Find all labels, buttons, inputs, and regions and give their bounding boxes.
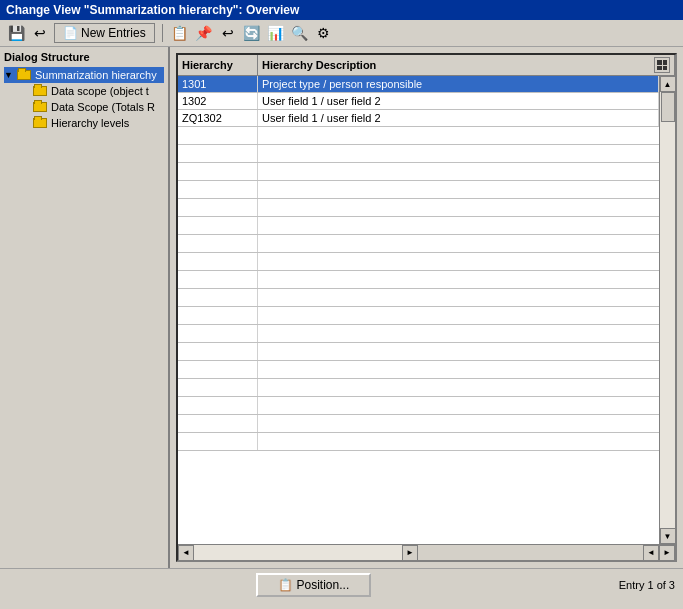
empty-row bbox=[178, 361, 659, 379]
tree-arrow-summarization: ▼ bbox=[4, 70, 16, 80]
table-inner: 1301 Project type / person responsible 1… bbox=[178, 76, 675, 544]
filter-icon[interactable]: 🔍 bbox=[290, 23, 310, 43]
back-icon[interactable]: ↩ bbox=[30, 23, 50, 43]
empty-row bbox=[178, 127, 659, 145]
refresh-icon[interactable]: 🔄 bbox=[242, 23, 262, 43]
empty-row bbox=[178, 271, 659, 289]
tree-item-datascope-object[interactable]: Data scope (object t bbox=[4, 83, 164, 99]
scrollbar-track[interactable] bbox=[660, 92, 676, 528]
cell-hierarchy-2: 1302 bbox=[178, 93, 258, 109]
settings-icon[interactable]: ⚙ bbox=[314, 23, 334, 43]
table-header: Hierarchy Hierarchy Description bbox=[178, 55, 675, 76]
empty-row bbox=[178, 217, 659, 235]
empty-row bbox=[178, 235, 659, 253]
tree-label-hierarchy-levels: Hierarchy levels bbox=[51, 117, 129, 129]
col-header-description: Hierarchy Description bbox=[258, 55, 675, 75]
folder-summarization-icon bbox=[16, 68, 32, 82]
vertical-scrollbar[interactable]: ▲ ▼ bbox=[659, 76, 675, 544]
cell-hierarchy-1: 1301 bbox=[178, 76, 258, 92]
toolbar: 💾 ↩ 📄 New Entries 📋 📌 ↩ 🔄 📊 🔍 ⚙ bbox=[0, 20, 683, 47]
undo-icon[interactable]: ↩ bbox=[218, 23, 238, 43]
cell-description-2: User field 1 / user field 2 bbox=[258, 93, 659, 109]
position-button[interactable]: 📋 Position... bbox=[256, 573, 372, 597]
new-entries-icon: 📄 bbox=[63, 26, 78, 40]
empty-row bbox=[178, 415, 659, 433]
folder-datascope-object-icon bbox=[32, 84, 48, 98]
tree-label-summarization: Summarization hierarchy bbox=[35, 69, 157, 81]
folder-datascope-totals-icon bbox=[32, 100, 48, 114]
scrollbar-right2-button[interactable]: ◄ bbox=[643, 545, 659, 561]
tree-item-datascope-totals[interactable]: Data Scope (Totals R bbox=[4, 99, 164, 115]
paste-icon[interactable]: 📌 bbox=[194, 23, 214, 43]
scrollbar-thumb[interactable] bbox=[661, 92, 675, 122]
copy-icon[interactable]: 📋 bbox=[170, 23, 190, 43]
empty-row bbox=[178, 289, 659, 307]
dialog-structure-title: Dialog Structure bbox=[4, 51, 164, 63]
empty-row bbox=[178, 433, 659, 451]
empty-row bbox=[178, 199, 659, 217]
scrollbar-right3-button[interactable]: ► bbox=[659, 545, 675, 561]
right-panel: Hierarchy Hierarchy Description 1301 Pro… bbox=[170, 47, 683, 568]
table-row[interactable]: 1301 Project type / person responsible bbox=[178, 76, 659, 93]
main-content: Dialog Structure ▼ Summarization hierarc… bbox=[0, 47, 683, 568]
cell-description-1: Project type / person responsible bbox=[258, 76, 659, 92]
col-header-hierarchy-label: Hierarchy bbox=[182, 59, 233, 71]
tree-label-datascope-object: Data scope (object t bbox=[51, 85, 149, 97]
empty-row bbox=[178, 181, 659, 199]
scrollbar-down-button[interactable]: ▼ bbox=[660, 528, 676, 544]
table-data-area: 1301 Project type / person responsible 1… bbox=[178, 76, 659, 544]
table-row[interactable]: 1302 User field 1 / user field 2 bbox=[178, 93, 659, 110]
empty-row bbox=[178, 307, 659, 325]
dialog-structure-panel: Dialog Structure ▼ Summarization hierarc… bbox=[0, 47, 170, 568]
title-text: Change View "Summarization hierarchy": O… bbox=[6, 3, 299, 17]
folder-hierarchy-levels-icon bbox=[32, 116, 48, 130]
empty-row bbox=[178, 397, 659, 415]
horizontal-scrollbar[interactable]: ◄ ► ◄ ► bbox=[178, 544, 675, 560]
sort-icon[interactable]: 📊 bbox=[266, 23, 286, 43]
empty-row bbox=[178, 163, 659, 181]
bottom-bar: 📋 Position... Entry 1 of 3 bbox=[0, 568, 683, 600]
tree-label-datascope-totals: Data Scope (Totals R bbox=[51, 101, 155, 113]
empty-row bbox=[178, 145, 659, 163]
table-outer: Hierarchy Hierarchy Description 1301 Pro… bbox=[176, 53, 677, 562]
cell-hierarchy-3: ZQ1302 bbox=[178, 110, 258, 126]
scrollbar-left-button[interactable]: ◄ bbox=[178, 545, 194, 561]
new-entries-button[interactable]: 📄 New Entries bbox=[54, 23, 155, 43]
entry-count-text: Entry 1 of 3 bbox=[619, 579, 675, 591]
toolbar-separator-1 bbox=[162, 24, 163, 42]
empty-row bbox=[178, 379, 659, 397]
empty-row bbox=[178, 253, 659, 271]
table-row[interactable]: ZQ1302 User field 1 / user field 2 bbox=[178, 110, 659, 127]
scrollbar-up-button[interactable]: ▲ bbox=[660, 76, 676, 92]
col-header-hierarchy: Hierarchy bbox=[178, 55, 258, 75]
empty-row bbox=[178, 325, 659, 343]
empty-row bbox=[178, 343, 659, 361]
cell-description-3: User field 1 / user field 2 bbox=[258, 110, 659, 126]
tree-item-hierarchy-levels[interactable]: Hierarchy levels bbox=[4, 115, 164, 131]
col-header-description-label: Hierarchy Description bbox=[262, 59, 376, 71]
title-bar: Change View "Summarization hierarchy": O… bbox=[0, 0, 683, 20]
hscrollbar-track[interactable] bbox=[194, 545, 402, 561]
grid-settings-icon[interactable] bbox=[654, 57, 670, 73]
position-icon: 📋 bbox=[278, 578, 293, 592]
tree-item-summarization[interactable]: ▼ Summarization hierarchy bbox=[4, 67, 164, 83]
position-label: Position... bbox=[297, 578, 350, 592]
save-icon[interactable]: 💾 bbox=[6, 23, 26, 43]
scrollbar-right-button[interactable]: ► bbox=[402, 545, 418, 561]
